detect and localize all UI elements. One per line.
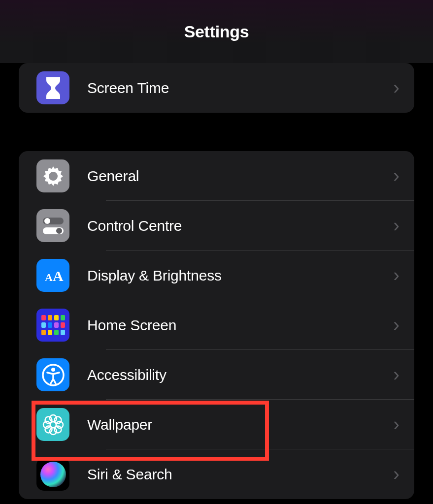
nav-header: Settings [0, 0, 433, 63]
page-title: Settings [184, 22, 249, 41]
chevron-right-icon: › [393, 364, 400, 385]
row-label: Accessibility [87, 367, 393, 383]
settings-group: Screen Time › [19, 63, 414, 113]
text-size-icon: A A [36, 259, 69, 292]
chevron-right-icon: › [393, 414, 400, 435]
svg-point-7 [51, 368, 55, 372]
chevron-right-icon: › [393, 77, 400, 98]
row-label: Control Centre [87, 218, 393, 234]
row-label: Display & Brightness [87, 267, 393, 284]
settings-list: Screen Time › General › [0, 63, 433, 499]
hourglass-icon [36, 71, 69, 104]
svg-text:A: A [45, 271, 53, 284]
flower-icon [36, 408, 69, 441]
gear-icon [36, 159, 69, 192]
siri-orb-icon [36, 458, 69, 491]
row-label: General [87, 168, 393, 185]
settings-group: General › Control Centre › A A [19, 151, 414, 499]
settings-row-accessibility[interactable]: Accessibility › [19, 350, 414, 400]
row-label: Screen Time [87, 80, 393, 96]
svg-text:A: A [53, 268, 64, 284]
chevron-right-icon: › [393, 464, 400, 485]
settings-row-siri-search[interactable]: Siri & Search › [19, 449, 414, 499]
svg-point-1 [44, 218, 50, 224]
settings-row-control-centre[interactable]: Control Centre › [19, 201, 414, 251]
chevron-right-icon: › [393, 265, 400, 286]
settings-row-general[interactable]: General › [19, 151, 414, 201]
chevron-right-icon: › [393, 215, 400, 236]
settings-row-display-brightness[interactable]: A A Display & Brightness › [19, 251, 414, 300]
settings-row-home-screen[interactable]: Home Screen › [19, 300, 414, 350]
chevron-right-icon: › [393, 165, 400, 187]
app-grid-icon [36, 309, 69, 342]
row-label: Siri & Search [87, 466, 393, 483]
settings-row-screen-time[interactable]: Screen Time › [19, 63, 414, 113]
svg-point-3 [56, 228, 62, 234]
accessibility-icon [36, 358, 69, 391]
chevron-right-icon: › [393, 315, 400, 336]
settings-row-wallpaper[interactable]: Wallpaper › [19, 400, 414, 449]
toggles-icon [36, 209, 69, 242]
row-label: Home Screen [87, 317, 393, 334]
row-label: Wallpaper [87, 416, 393, 433]
